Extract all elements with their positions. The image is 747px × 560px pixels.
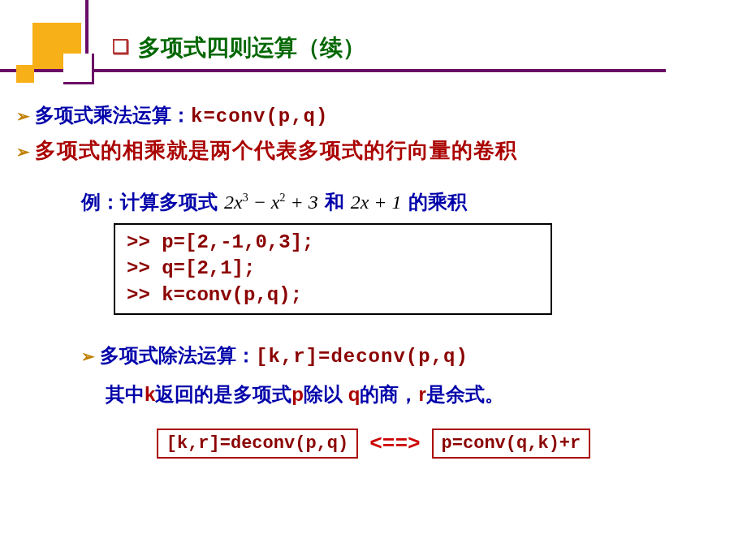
slide-content: ➢ 多项式乘法运算： k=conv(p,q) ➢ 多项式的相乘就是两个代表多项式… <box>0 97 747 459</box>
deco-square-small <box>16 65 34 83</box>
example-post: 的乘积 <box>408 189 467 215</box>
title-text: 多项式四则运算（续） <box>138 35 365 60</box>
desc-t3: 除以 <box>304 383 348 405</box>
desc-p: p <box>291 383 304 405</box>
math-expr-1: 2x3 − x2 + 3 <box>224 192 318 213</box>
arrow-icon: ➢ <box>16 106 30 126</box>
desc-t5: 是余式。 <box>426 383 504 405</box>
desc-r: r <box>418 383 425 405</box>
divide-code: [k,r]=deconv(p,q) <box>256 346 468 368</box>
bullet-multiply: ➢ 多项式乘法运算： k=conv(p,q) <box>16 102 731 128</box>
divide-label: 多项式除法运算： <box>100 342 256 368</box>
deco-square-big <box>32 23 81 71</box>
desc-q: q <box>348 383 361 405</box>
equiv-arrow-icon: <==> <box>369 432 420 456</box>
equiv-left: [k,r]=deconv(p,q) <box>157 429 358 459</box>
example-mid: 和 <box>325 189 344 215</box>
example-pre: 例：计算多项式 <box>81 189 218 215</box>
equiv-right: p=conv(q,k)+r <box>432 429 591 459</box>
arrow-icon: ➢ <box>81 347 95 366</box>
desc-t1: 其中 <box>106 383 145 405</box>
bullet-convolution: ➢ 多项式的相乘就是两个代表多项式的行向量的卷积 <box>16 136 731 165</box>
arrow-icon: ➢ <box>16 142 30 162</box>
equiv-row: [k,r]=deconv(p,q) <==> p=conv(q,k)+r <box>16 429 731 459</box>
deco-square-white <box>63 54 94 84</box>
title-bullet-icon: ❑ <box>112 36 130 58</box>
desc-t4: 的商， <box>360 383 418 405</box>
example-row: 例：计算多项式 2x3 − x2 + 3 和 2x + 1 的乘积 <box>81 189 731 215</box>
multiply-code: k=conv(p,q) <box>191 106 328 127</box>
desc-k: k <box>145 383 155 405</box>
bullet-divide: ➢ 多项式除法运算： [k,r]=deconv(p,q) <box>81 342 731 368</box>
deco-vbar <box>85 0 89 83</box>
desc-t2: 返回的是多项式 <box>155 383 291 405</box>
convolution-text: 多项式的相乘就是两个代表多项式的行向量的卷积 <box>35 136 517 165</box>
divide-desc: 其中k返回的是多项式p除以 q的商，r是余式。 <box>106 381 731 407</box>
slide-title: ❑多项式四则运算（续） <box>112 32 365 63</box>
deco-hbar <box>0 69 666 72</box>
math-expr-2: 2x + 1 <box>351 192 402 213</box>
code-block: >> p=[2,-1,0,3]; >> q=[2,1]; >> k=conv(p… <box>114 223 552 315</box>
multiply-label: 多项式乘法运算： <box>35 102 191 128</box>
